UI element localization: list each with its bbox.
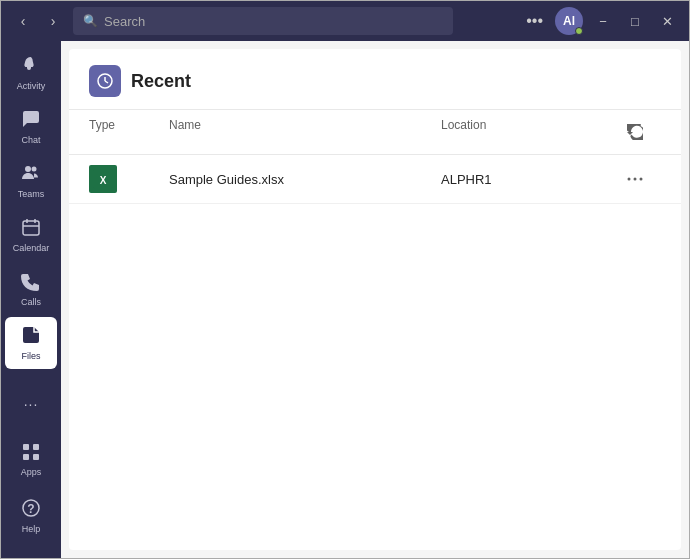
activity-label: Activity (17, 81, 46, 91)
activity-icon (21, 55, 41, 78)
svg-rect-6 (23, 444, 29, 450)
svg-rect-2 (23, 221, 39, 235)
file-table: Type Name Location (69, 110, 681, 550)
sidebar-item-apps[interactable]: Apps (5, 434, 57, 486)
col-name: Name (169, 118, 441, 146)
sidebar-item-calendar[interactable]: Calendar (5, 209, 57, 261)
help-label: Help (22, 524, 41, 534)
files-icon (21, 325, 41, 348)
col-type: Type (89, 118, 169, 146)
calls-label: Calls (21, 297, 41, 307)
table-row[interactable]: X Sample Guides.xlsx ALPHR1 (69, 155, 681, 204)
svg-point-0 (25, 166, 31, 172)
sidebar-item-more[interactable]: ··· (5, 378, 57, 430)
chat-icon (21, 109, 41, 132)
teams-icon (21, 163, 41, 186)
content-area: Recent Type Name Location (61, 41, 689, 558)
file-location: ALPHR1 (441, 172, 621, 187)
title-bar-right: ••• Al − □ ✕ (520, 7, 681, 35)
refresh-button[interactable] (621, 118, 649, 146)
sidebar-bottom: ··· Apps (5, 378, 57, 552)
recent-icon (89, 65, 121, 97)
main-layout: Activity Chat (1, 41, 689, 558)
search-placeholder: Search (104, 14, 145, 29)
sidebar-item-teams[interactable]: Teams (5, 155, 57, 207)
calendar-label: Calendar (13, 243, 50, 253)
apps-label: Apps (21, 467, 42, 477)
window-controls: − □ ✕ (589, 7, 681, 35)
teams-label: Teams (18, 189, 45, 199)
svg-point-18 (634, 178, 637, 181)
search-box[interactable]: 🔍 Search (73, 7, 453, 35)
minimize-button[interactable]: − (589, 7, 617, 35)
sidebar: Activity Chat (1, 41, 61, 558)
svg-point-19 (640, 178, 643, 181)
sidebar-item-help[interactable]: ? Help (5, 490, 57, 542)
files-label: Files (21, 351, 40, 361)
help-icon: ? (21, 498, 41, 521)
search-icon: 🔍 (83, 14, 98, 28)
app-window: ‹ › 🔍 Search ••• Al − □ ✕ (0, 0, 690, 559)
more-button[interactable]: ••• (520, 8, 549, 34)
file-name: Sample Guides.xlsx (169, 172, 441, 187)
back-button[interactable]: ‹ (9, 7, 37, 35)
sidebar-item-activity[interactable]: Activity (5, 47, 57, 99)
avatar[interactable]: Al (555, 7, 583, 35)
forward-button[interactable]: › (39, 7, 67, 35)
table-header: Type Name Location (69, 110, 681, 155)
maximize-button[interactable]: □ (621, 7, 649, 35)
svg-point-17 (628, 178, 631, 181)
svg-text:?: ? (27, 502, 34, 516)
recent-panel: Recent Type Name Location (69, 49, 681, 550)
sidebar-item-calls[interactable]: Calls (5, 263, 57, 315)
svg-rect-7 (33, 444, 39, 450)
svg-line-14 (105, 81, 108, 83)
excel-icon: X (89, 165, 117, 193)
svg-rect-8 (23, 454, 29, 460)
title-bar: ‹ › 🔍 Search ••• Al − □ ✕ (1, 1, 689, 41)
recent-title: Recent (131, 71, 191, 92)
file-type-cell: X (89, 165, 169, 193)
calendar-icon (21, 217, 41, 240)
svg-point-1 (32, 167, 37, 172)
recent-header: Recent (69, 49, 681, 110)
calls-icon (21, 271, 41, 294)
sidebar-item-chat[interactable]: Chat (5, 101, 57, 153)
svg-rect-9 (33, 454, 39, 460)
chat-label: Chat (21, 135, 40, 145)
sidebar-item-files[interactable]: Files (5, 317, 57, 369)
col-location: Location (441, 118, 621, 146)
more-apps-icon: ··· (24, 397, 39, 411)
svg-text:X: X (100, 175, 107, 186)
nav-buttons: ‹ › (9, 7, 67, 35)
apps-icon (22, 443, 40, 464)
row-more-button[interactable] (621, 165, 649, 193)
avatar-status-dot (575, 27, 583, 35)
close-button[interactable]: ✕ (653, 7, 681, 35)
